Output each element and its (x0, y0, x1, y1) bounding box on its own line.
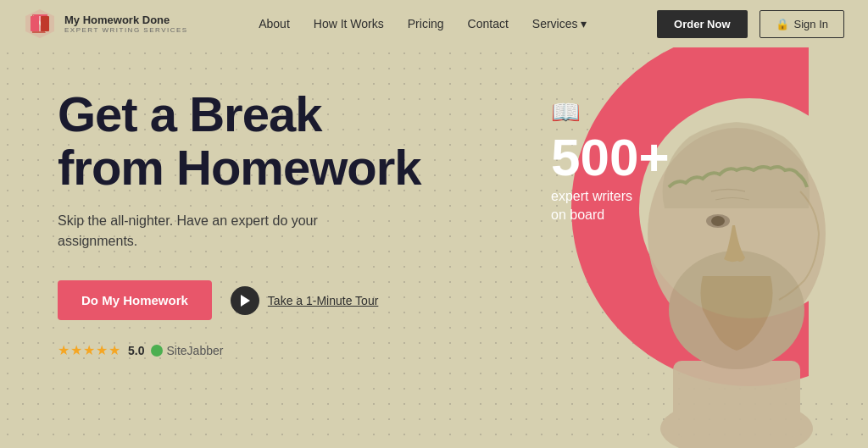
nav-contact[interactable]: Contact (468, 17, 509, 30)
hero-right: 📖 500+ expert writers on board (526, 47, 868, 448)
hero-subheading: Skip the all-nighter. Have an expert do … (58, 211, 346, 252)
svg-rect-4 (41, 16, 49, 31)
logo[interactable]: My Homework Done EXPERT WRITING SERVICES (24, 8, 188, 40)
nav-about[interactable]: About (259, 17, 290, 30)
stats-number: 500+ (551, 131, 670, 184)
hero-buttons: Do My Homework Take a 1-Minute Tour (58, 280, 485, 320)
play-triangle (241, 295, 250, 307)
rating-score: 5.0 (128, 344, 144, 357)
hero-rating: ★★★★★ 5.0 SiteJabber (58, 342, 485, 358)
chevron-down-icon: ▾ (581, 17, 587, 30)
sitejabber-label: SiteJabber (166, 344, 223, 357)
sign-in-button[interactable]: 🔒 Sign In (760, 10, 844, 38)
hero-left: Get a Break from Homework Skip the all-n… (0, 47, 526, 448)
svg-rect-10 (673, 361, 800, 437)
tour-button[interactable]: Take a 1-Minute Tour (231, 286, 378, 315)
navbar: My Homework Done EXPERT WRITING SERVICES… (0, 0, 868, 47)
book-icon: 📖 (551, 98, 670, 126)
logo-icon (24, 8, 56, 40)
nav-how-it-works[interactable]: How It Works (314, 17, 384, 30)
sitejabber-icon (151, 345, 163, 357)
nav-pricing[interactable]: Pricing (408, 17, 444, 30)
stats-block: 📖 500+ expert writers on board (551, 98, 670, 225)
hero-heading: Get a Break from Homework (58, 88, 485, 194)
lock-icon: 🔒 (776, 18, 789, 30)
svg-rect-3 (31, 16, 39, 31)
do-my-homework-button[interactable]: Do My Homework (58, 280, 212, 320)
sitejabber-badge: SiteJabber (151, 344, 223, 357)
stats-label: expert writers on board (551, 187, 670, 225)
order-now-button[interactable]: Order Now (657, 10, 747, 38)
rating-stars: ★★★★★ (58, 342, 121, 358)
nav-services[interactable]: Services ▾ (532, 17, 587, 30)
brand-tagline: EXPERT WRITING SERVICES (64, 26, 188, 34)
hero-section: Get a Break from Homework Skip the all-n… (0, 47, 868, 448)
nav-links: About How It Works Pricing Contact Servi… (259, 17, 586, 30)
brand-name: My Homework Done (64, 14, 188, 27)
nav-right: Order Now 🔒 Sign In (657, 10, 844, 38)
svg-point-14 (711, 216, 725, 226)
play-icon (231, 286, 259, 315)
